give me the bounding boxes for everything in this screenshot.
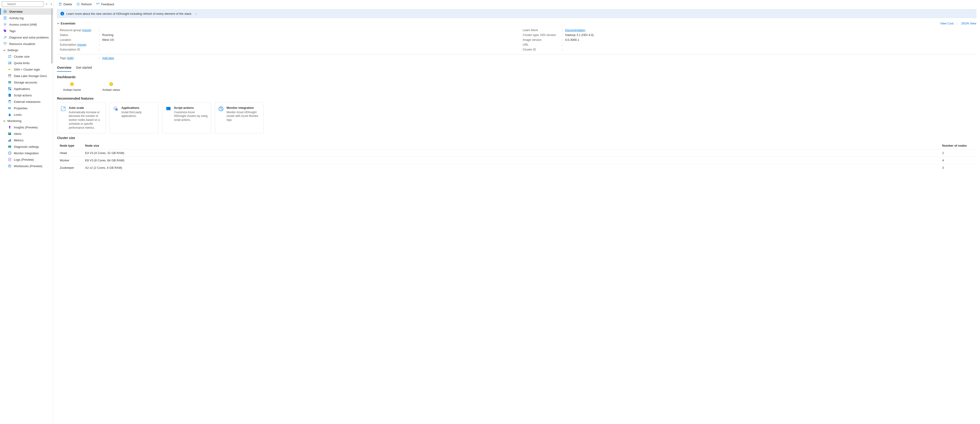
feedback-icon: [96, 2, 100, 6]
feature-card-auto-scale[interactable]: Auto scaleAutomatically increase or decr…: [57, 103, 106, 133]
svg-point-9: [4, 24, 5, 25]
sidebar-search-row: × «: [0, 0, 53, 8]
metrics-icon: [8, 138, 11, 142]
svg-point-41: [10, 108, 11, 108]
nav-item-resource-visualizer[interactable]: Resource visualizer: [0, 41, 53, 47]
nav-item-properties[interactable]: Properties: [0, 105, 53, 111]
wrench-icon: [3, 35, 7, 39]
nav-item-insights-preview-[interactable]: Insights (Preview): [0, 124, 53, 130]
nav-item-storage-accounts[interactable]: Storage accounts: [0, 79, 53, 86]
tags-edit-link[interactable]: edit: [68, 56, 73, 60]
features-row: Auto scaleAutomatically increase or decr…: [57, 103, 976, 133]
svg-rect-27: [8, 81, 11, 82]
svg-rect-33: [8, 94, 11, 97]
svg-point-35: [8, 100, 11, 101]
dashboards-row: Ambari homeAmbari views: [57, 81, 976, 94]
table-row: HeadE4 V3 (4 Cores, 32 GB RAM)2: [57, 149, 976, 157]
feature-card-script-actions[interactable]: Script actionsCustomize Azure HDInsight …: [162, 103, 211, 133]
nav-item-ssh-cluster-login[interactable]: SSH + Cluster login: [0, 66, 53, 73]
feature-card-applications[interactable]: ApplicationsInstall third party applicat…: [110, 103, 159, 133]
nav-item-quota-limits[interactable]: Quota limits: [0, 60, 53, 66]
diag-icon: [8, 145, 11, 148]
monitor-icon: [8, 151, 11, 155]
svg-rect-30: [10, 87, 11, 89]
table-row: WorkerE8 V3 (8 Cores, 64 GB RAM)4: [57, 157, 976, 164]
feature-card-monitor-integration[interactable]: Monitor integrationMonitor Azure HDInsig…: [215, 103, 264, 133]
cluster-size-heading: Cluster size: [57, 136, 976, 140]
toolbar: Delete Refresh Feedback: [57, 0, 976, 8]
tab-get-started[interactable]: Get started: [76, 65, 92, 72]
svg-line-16: [5, 43, 6, 45]
add-tags-link[interactable]: Add tags: [102, 56, 114, 60]
delete-button[interactable]: Delete: [58, 2, 72, 6]
essentials-value-link[interactable]: Documentation: [565, 29, 585, 32]
col-node-count: Number of nodes: [939, 142, 976, 149]
sidebar-collapse-chevron[interactable]: «: [49, 2, 53, 6]
dashboards-heading: Dashboards: [57, 75, 976, 79]
sidebar-close-x[interactable]: ×: [45, 2, 48, 6]
nav-item-overview[interactable]: Overview: [0, 8, 53, 15]
essentials-header: Essentials View Cost JSON View: [57, 21, 976, 26]
essentials-toggle[interactable]: Essentials: [57, 22, 75, 25]
svg-point-39: [8, 108, 9, 108]
svg-rect-43: [9, 128, 10, 129]
view-cost-link[interactable]: View Cost: [940, 22, 953, 25]
ambari-icon: [70, 82, 74, 86]
nav-item-diagnostic-settings[interactable]: Diagnostic settings: [0, 143, 53, 150]
tab-overview[interactable]: Overview: [57, 65, 71, 72]
info-banner[interactable]: i Learn more about the new version of HD…: [57, 9, 976, 18]
essentials-row: Image version:4.0.3000.1: [523, 37, 977, 42]
cluster-size-table: Node type Node size Number of nodes Head…: [57, 142, 976, 171]
svg-rect-26: [8, 75, 11, 75]
dashboard-card-ambari-views[interactable]: Ambari views: [96, 82, 126, 92]
tag-icon: [3, 29, 7, 33]
nav-item-applications[interactable]: Applications: [0, 86, 53, 92]
nav-item-monitor-integration[interactable]: Monitor integration: [0, 150, 53, 156]
svg-rect-44: [8, 133, 11, 135]
svg-point-58: [96, 3, 98, 5]
col-node-size: Node size: [82, 142, 939, 149]
refresh-button[interactable]: Refresh: [76, 2, 92, 6]
feedback-button[interactable]: Feedback: [96, 2, 114, 6]
feature-icon: [165, 106, 171, 111]
nav-item-activity-log[interactable]: Activity log: [0, 15, 53, 21]
nav-item-logs-preview-[interactable]: Logs (Preview): [0, 156, 53, 163]
nav-item-diagnose-and-solve-problems[interactable]: Diagnose and solve problems: [0, 34, 53, 41]
nav-item-alerts[interactable]: Alerts: [0, 130, 53, 137]
nav-group-settings[interactable]: Settings: [0, 47, 53, 53]
props-icon: [8, 106, 11, 110]
nav-item-metrics[interactable]: Metrics: [0, 137, 53, 143]
essentials-row: Resource group (move):: [60, 28, 514, 32]
nav-list: OverviewActivity logAccess control (IAM)…: [0, 8, 53, 424]
datalake-icon: [8, 74, 11, 78]
essentials-row: Cluster ID:: [523, 47, 977, 52]
svg-rect-52: [8, 165, 11, 167]
nav-item-access-control-iam-[interactable]: Access control (IAM): [0, 21, 53, 28]
search-input[interactable]: [2, 2, 43, 7]
svg-rect-55: [59, 3, 61, 6]
move-link[interactable]: move: [78, 43, 85, 46]
nav-item-script-actions[interactable]: Script actions: [0, 92, 53, 98]
svg-rect-24: [11, 70, 11, 70]
svg-rect-45: [9, 133, 11, 133]
svg-rect-20: [10, 63, 10, 64]
refresh-icon: [76, 2, 80, 6]
nav-item-data-lake-storage-gen1[interactable]: Data Lake Storage Gen1: [0, 73, 53, 79]
sidebar: × « OverviewActivity logAccess control (…: [0, 0, 53, 424]
nav-item-tags[interactable]: Tags: [0, 28, 53, 34]
main-content: Delete Refresh Feedback i Learn more abo…: [53, 0, 980, 424]
nav-item-cluster-size[interactable]: Cluster size: [0, 53, 53, 60]
nav-item-external-metastores[interactable]: External metastores: [0, 98, 53, 105]
move-link[interactable]: move: [83, 29, 90, 32]
nav-item-locks[interactable]: Locks: [0, 111, 53, 118]
scrollbar-thumb[interactable]: [51, 8, 52, 64]
nav-group-monitoring[interactable]: Monitoring: [0, 118, 53, 124]
apps-icon: [8, 87, 11, 91]
json-view-link[interactable]: JSON View: [961, 22, 976, 25]
essentials-row: Subscription ID:: [60, 47, 514, 52]
banner-text: Learn more about the new version of HDIn…: [67, 12, 192, 16]
nav-item-workbooks-preview-[interactable]: Workbooks (Preview): [0, 163, 53, 169]
svg-rect-19: [9, 63, 9, 64]
svg-rect-29: [8, 87, 10, 89]
dashboard-card-ambari-home[interactable]: Ambari home: [57, 82, 87, 92]
